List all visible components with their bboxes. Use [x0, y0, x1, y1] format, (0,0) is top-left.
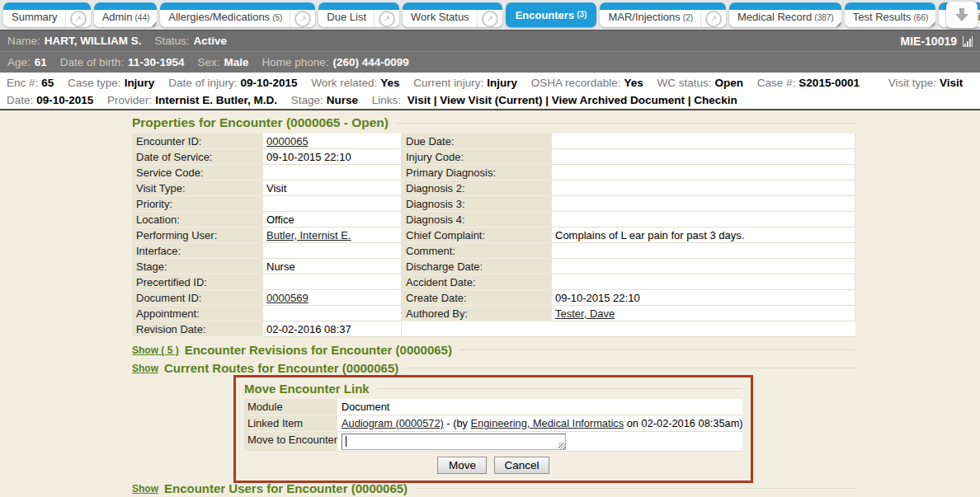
linked-by-user-link[interactable]: Engineering, Medical Informatics: [471, 417, 624, 429]
linked-item-label: Linked Item: [244, 415, 337, 432]
current-injury-value: Injury: [487, 77, 517, 89]
row-empty-cell: [402, 321, 551, 337]
row-empty-cell: [551, 321, 855, 337]
encounter-info-row-2: Date:09-10-2015 Provider:Internist E. Bu…: [7, 91, 973, 109]
more-tabs-button[interactable]: [946, 2, 978, 28]
tab-summary[interactable]: Summary ↗: [3, 2, 91, 27]
row-label: Document ID:: [132, 290, 262, 306]
dialog-row-move-to: Move to Encounter: [244, 432, 742, 452]
home-phone-label: Home phone:: [261, 56, 328, 68]
authored-by-link[interactable]: Tester, Dave: [555, 307, 615, 320]
audiogram-document-link[interactable]: Audiogram (0000572): [342, 417, 444, 429]
row-value: Butler, Internist E.: [262, 227, 402, 243]
encounter-info-row-1: Enc #:65 Case type:Injury Date of injury…: [7, 74, 973, 91]
properties-heading-text: Properties for Encounter (0000065 - Open…: [132, 115, 389, 130]
link-visit[interactable]: Visit: [408, 94, 431, 106]
allergies-open-new-window-button[interactable]: ↗: [290, 10, 315, 27]
row-label: Create Date:: [402, 290, 551, 306]
tab-encounters-active[interactable]: Encounters(3): [506, 2, 597, 27]
tab-work-status[interactable]: Work Status ↗: [403, 2, 502, 27]
case-type-value: Injury: [125, 77, 155, 89]
encounter-id-link[interactable]: 0000065: [266, 135, 309, 148]
table-row: Performing User: Butler, Internist E. Ch…: [132, 227, 855, 243]
linked-item-text: on 02-02-2016 08:35am): [624, 417, 742, 429]
osha-recordable-value: Yes: [624, 77, 643, 89]
row-label: Performing User:: [132, 227, 262, 243]
case-number-label: Case #:: [757, 77, 796, 89]
work-status-open-new-window-button[interactable]: ↗: [477, 10, 502, 27]
row-value: Office: [262, 212, 402, 227]
cancel-button[interactable]: Cancel: [494, 457, 549, 474]
link-checkin[interactable]: Checkin: [694, 94, 737, 106]
row-value: [262, 243, 402, 259]
row-label: Discharge Date:: [402, 259, 551, 274]
name-label: Name:: [7, 35, 40, 47]
external-link-icon: ↗: [70, 11, 87, 27]
current-injury-label: Current injury:: [413, 77, 483, 89]
resize-grip-icon[interactable]: [558, 443, 565, 449]
row-label: Priority:: [132, 196, 262, 212]
tab-admin[interactable]: Admin(44): [94, 2, 158, 27]
visit-type-label: Visit type:: [888, 77, 936, 89]
table-row: Stage: Nurse Discharge Date:: [132, 259, 855, 274]
row-label: Diagnosis 4:: [402, 212, 551, 227]
show-routes-link[interactable]: Show: [132, 363, 158, 374]
encounter-properties-page: Properties for Encounter (0000065 - Open…: [0, 112, 980, 497]
external-link-icon: ↗: [482, 11, 498, 27]
case-number-value: S2015-0001: [799, 77, 860, 89]
module-value: Document: [337, 399, 742, 415]
link-view-archived-document[interactable]: View Archived Document: [552, 94, 685, 106]
table-row: Service Code: Primary Diagnosis:: [132, 165, 855, 181]
row-value: 09-10-2015 22:10: [262, 149, 402, 165]
tab-allergies-medications[interactable]: Allergies/Medications(5) ↗: [160, 2, 315, 27]
move-button[interactable]: Move: [437, 457, 487, 474]
show-revisions-link[interactable]: Show ( 5 ): [132, 345, 179, 356]
dialog-row-linked-item: Linked Item Audiogram (0000572) - (by En…: [244, 415, 742, 432]
document-id-link[interactable]: 0000569: [266, 292, 309, 304]
row-label: Service Code:: [132, 165, 262, 181]
move-to-encounter-input[interactable]: [342, 434, 565, 449]
links-label: Links:: [372, 94, 401, 106]
provider-label: Provider:: [107, 94, 152, 106]
age-label: Age:: [7, 56, 31, 68]
mar-open-new-window-button[interactable]: ↗: [700, 10, 726, 27]
bar-chart-icon[interactable]: [963, 35, 973, 47]
sex-label: Sex:: [197, 56, 219, 68]
row-label: Diagnosis 2:: [402, 181, 551, 196]
heading-rule: [406, 368, 855, 368]
enc-number-label: Enc #:: [7, 77, 38, 89]
row-value: [551, 196, 855, 212]
row-label: Revision Date:: [132, 321, 262, 337]
work-related-label: Work related:: [311, 77, 377, 89]
section-encounter-revisions: Show ( 5 ) Encounter Revisions for Encou…: [132, 343, 855, 357]
show-users-link[interactable]: Show: [132, 483, 158, 495]
tab-medical-record[interactable]: Medical Record(387): [729, 2, 841, 27]
link-separator: |: [685, 94, 694, 106]
table-row: Appointment: Authored By: Tester, Dave: [132, 306, 855, 321]
tab-test-results[interactable]: Test Results(66): [845, 2, 936, 27]
row-label: Primary Diagnosis:: [402, 165, 551, 181]
tab-mar-injections[interactable]: MAR/Injections(2) ↗: [600, 2, 726, 27]
link-view-visit-current[interactable]: View Visit (Current): [440, 94, 542, 106]
row-label: Date of Service:: [132, 149, 262, 165]
external-link-icon: ↗: [294, 11, 311, 27]
table-row: Visit Type: Visit Diagnosis 2:: [132, 181, 855, 196]
tab-due-list[interactable]: Due List ↗: [318, 2, 399, 27]
move-to-encounter-cell: [337, 432, 742, 452]
down-arrow-icon: [955, 14, 968, 21]
row-value: [551, 212, 855, 227]
performing-user-link[interactable]: Butler, Internist E.: [266, 229, 351, 241]
due-list-open-new-window-button[interactable]: ↗: [374, 10, 399, 27]
tab-label: Admin: [102, 11, 133, 23]
row-value: [551, 134, 855, 149]
tab-strip: Summary ↗ Admin(44) Allergies/Medication…: [0, 0, 980, 27]
patient-name-bar: Name: HART, WILLIAM S. Status: Active MI…: [0, 30, 980, 51]
stage-label: Stage:: [291, 94, 323, 106]
work-related-value: Yes: [380, 77, 399, 89]
summary-open-new-window-button[interactable]: ↗: [65, 10, 91, 27]
section-encounter-users: Show Encounter Users for Encounter (0000…: [132, 481, 855, 495]
table-row: Location: Office Diagnosis 4:: [132, 212, 855, 227]
revisions-section-title: Encounter Revisions for Encounter (00000…: [185, 343, 452, 357]
dialog-title: Move Encounter Link: [244, 382, 742, 396]
heading-rule: [459, 349, 855, 350]
